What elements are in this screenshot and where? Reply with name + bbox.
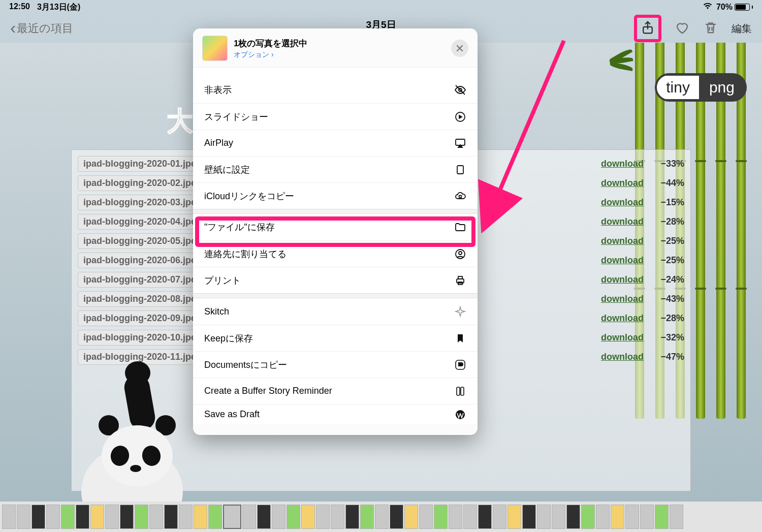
thumb-item[interactable] (360, 505, 374, 529)
action-skitch[interactable]: Skitch (193, 298, 478, 325)
compression-pct: −47% (654, 352, 684, 362)
action-keep-save[interactable]: Keepに保存 (193, 325, 478, 351)
thumb-item[interactable] (537, 505, 551, 529)
file-name: ipad-blogging-2020-05.jpeg (78, 233, 207, 249)
back-button[interactable]: 最近の項目 (10, 20, 73, 38)
thumb-item[interactable] (345, 505, 359, 529)
thumb-item[interactable] (208, 505, 222, 529)
cloud-link-icon (454, 190, 466, 202)
thumb-item[interactable] (611, 505, 624, 529)
thumb-item[interactable] (135, 505, 148, 529)
favorite-button[interactable] (675, 20, 690, 37)
download-link[interactable]: download (601, 236, 644, 246)
action-airplay[interactable]: AirPlay (193, 130, 478, 156)
documents-app-icon (454, 359, 466, 371)
options-link[interactable]: オプション › (234, 50, 307, 59)
download-link[interactable]: download (601, 332, 644, 343)
action-print[interactable]: プリント (193, 267, 478, 293)
thumb-item[interactable] (419, 505, 433, 529)
share-sheet: 1枚の写真を選択中 オプション › 非表示 スライドショー AirPlay 壁紙… (193, 28, 478, 435)
thumb-item[interactable] (301, 505, 315, 529)
thumb-item[interactable] (596, 505, 610, 529)
close-button[interactable] (451, 40, 468, 57)
thumb-item[interactable] (670, 505, 683, 529)
thumb-item[interactable] (316, 505, 330, 529)
thumb-item[interactable] (655, 505, 669, 529)
action-set-wallpaper[interactable]: 壁紙に設定 (193, 156, 478, 182)
thumb-item[interactable] (31, 505, 45, 529)
thumb-item[interactable] (164, 505, 178, 529)
thumb-item[interactable] (478, 505, 492, 529)
thumb-item[interactable] (120, 505, 134, 529)
compression-pct: −24% (654, 274, 684, 285)
thumb-item[interactable] (640, 505, 654, 529)
thumb-item[interactable] (90, 505, 104, 529)
thumb-item[interactable] (331, 505, 344, 529)
thumb-item[interactable] (552, 505, 565, 529)
thumb-item[interactable] (46, 505, 60, 529)
thumb-item[interactable] (2, 505, 16, 529)
compression-pct: −33% (654, 159, 684, 169)
thumb-item[interactable] (522, 505, 536, 529)
action-save-to-files[interactable]: "ファイル"に保存 (193, 214, 478, 240)
selection-thumbnail (202, 36, 228, 61)
thumb-item-selected[interactable] (223, 505, 241, 529)
thumb-item[interactable] (149, 505, 163, 529)
trash-button[interactable] (703, 20, 718, 37)
thumb-item[interactable] (257, 505, 271, 529)
thumb-item[interactable] (581, 505, 595, 529)
file-name: ipad-blogging-2020-01.jpeg (78, 156, 207, 172)
thumb-item[interactable] (61, 505, 75, 529)
thumb-item[interactable] (194, 505, 207, 529)
download-link[interactable]: download (601, 352, 644, 362)
status-bar: 12:50 3月13日(金) 70% (0, 0, 762, 14)
wordpress-icon (454, 409, 466, 421)
download-link[interactable]: download (601, 313, 644, 324)
download-link[interactable]: download (601, 159, 644, 169)
download-link[interactable]: download (601, 255, 644, 266)
action-slideshow[interactable]: スライドショー (193, 103, 478, 130)
download-link[interactable]: download (601, 216, 644, 227)
thumb-item[interactable] (566, 505, 580, 529)
thumb-item[interactable] (287, 505, 300, 529)
thumb-item[interactable] (17, 505, 30, 529)
compression-pct: −32% (654, 332, 684, 343)
download-link[interactable]: download (601, 197, 644, 208)
download-link[interactable]: download (601, 178, 644, 189)
thumb-item[interactable] (76, 505, 89, 529)
thumb-item[interactable] (375, 505, 389, 529)
edit-button[interactable]: 編集 (732, 22, 752, 36)
compression-pct: −28% (654, 313, 684, 324)
file-name: ipad-blogging-2020-07.jpeg (78, 272, 207, 288)
thumb-item[interactable] (272, 505, 285, 529)
thumb-item[interactable] (390, 505, 403, 529)
thumb-item[interactable] (434, 505, 448, 529)
thumbnail-strip[interactable] (0, 502, 762, 532)
thumb-item[interactable] (105, 505, 119, 529)
action-assign-to-contact[interactable]: 連絡先に割り当てる (193, 240, 478, 267)
thumb-item[interactable] (463, 505, 477, 529)
decorative-headline: 大 (167, 104, 193, 139)
folder-icon (454, 221, 466, 233)
download-link[interactable]: download (601, 294, 644, 304)
thumb-item[interactable] (625, 505, 639, 529)
thumb-item[interactable] (179, 505, 193, 529)
download-link[interactable]: download (601, 274, 644, 285)
thumb-item[interactable] (493, 505, 506, 529)
thumb-item[interactable] (507, 505, 521, 529)
action-save-as-draft[interactable]: Save as Draft (193, 404, 478, 424)
action-copy-icloud-link[interactable]: iCloudリンクをコピー (193, 182, 478, 209)
play-circle-icon (454, 111, 466, 123)
thumb-item[interactable] (404, 505, 418, 529)
thumb-item[interactable] (449, 505, 462, 529)
share-button[interactable] (634, 15, 661, 42)
action-copy-to-documents[interactable]: Documentsにコピー (193, 351, 478, 378)
compression-pct: −28% (654, 216, 684, 227)
back-label: 最近の項目 (17, 21, 73, 36)
file-name: ipad-blogging-2020-06.jpeg (78, 253, 207, 268)
thumb-item[interactable] (242, 505, 256, 529)
compression-pct: −43% (654, 294, 684, 304)
action-buffer-reminder[interactable]: Create a Buffer Story Reminder (193, 378, 478, 404)
file-name: ipad-blogging-2020-04.jpeg (78, 214, 207, 230)
action-hide[interactable]: 非表示 (193, 77, 478, 103)
